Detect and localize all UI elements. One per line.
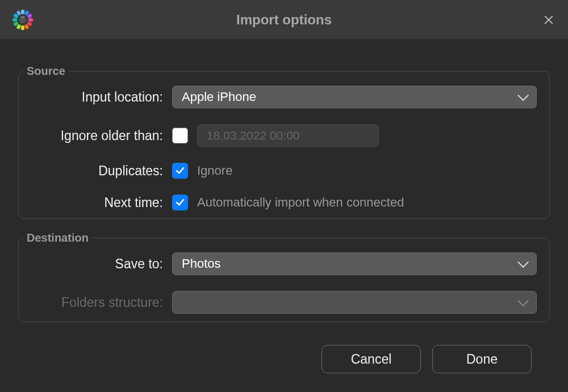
titlebar: Import options — [0, 0, 568, 40]
save-to-label: Save to: — [31, 256, 172, 272]
window-title: Import options — [0, 12, 568, 28]
input-location-label: Input location: — [31, 90, 172, 105]
dialog-content: Source Input location: Apple iPhone Igno… — [0, 40, 568, 373]
next-time-label: Next time: — [31, 195, 172, 210]
svg-rect-9 — [12, 18, 17, 22]
duplicates-value: Ignore — [197, 163, 232, 178]
done-button[interactable]: Done — [432, 345, 532, 373]
save-to-row: Save to: Photos — [19, 245, 549, 283]
input-location-select[interactable]: Apple iPhone — [172, 86, 537, 108]
check-icon — [174, 197, 186, 208]
duplicates-label: Duplicates: — [31, 163, 172, 179]
close-icon — [542, 14, 555, 26]
destination-legend: Destination — [23, 231, 92, 245]
check-icon — [174, 165, 186, 176]
dialog-footer: Cancel Done — [18, 335, 550, 373]
ignore-older-row: Ignore older than: 18.03.2022 00:00 — [19, 116, 549, 155]
save-to-select[interactable]: Photos — [172, 252, 537, 275]
duplicates-checkbox[interactable] — [172, 163, 188, 179]
duplicates-row: Duplicates: Ignore — [19, 155, 549, 187]
close-button[interactable] — [541, 12, 557, 28]
svg-rect-0 — [21, 10, 24, 14]
ignore-older-label: Ignore older than: — [31, 128, 172, 144]
cancel-button[interactable]: Cancel — [321, 345, 421, 373]
ignore-older-date-input[interactable]: 18.03.2022 00:00 — [197, 124, 379, 147]
save-to-value: Photos — [182, 256, 221, 271]
ignore-older-checkbox[interactable] — [172, 128, 188, 144]
svg-rect-13 — [21, 16, 24, 18]
source-group: Source Input location: Apple iPhone Igno… — [18, 65, 550, 219]
input-location-row: Input location: Apple iPhone — [19, 78, 549, 116]
input-location-value: Apple iPhone — [182, 90, 256, 104]
next-time-checkbox[interactable] — [172, 195, 188, 210]
ignore-older-placeholder: 18.03.2022 00:00 — [207, 129, 300, 142]
app-icon — [11, 9, 34, 31]
folders-structure-row: Folders structure: Year / Date — [19, 283, 549, 322]
svg-rect-6 — [21, 26, 24, 30]
source-legend: Source — [23, 65, 69, 78]
next-time-value: Automatically import when connected — [197, 195, 404, 210]
next-time-row: Next time: Automatically import when con… — [19, 187, 549, 218]
destination-group: Destination Save to: Photos Folders stru… — [18, 231, 550, 322]
folders-structure-label: Folders structure: — [31, 295, 172, 310]
folders-structure-select[interactable]: Year / Date — [172, 291, 537, 314]
folders-structure-value: Year / Date — [182, 295, 244, 310]
svg-rect-3 — [28, 18, 33, 22]
